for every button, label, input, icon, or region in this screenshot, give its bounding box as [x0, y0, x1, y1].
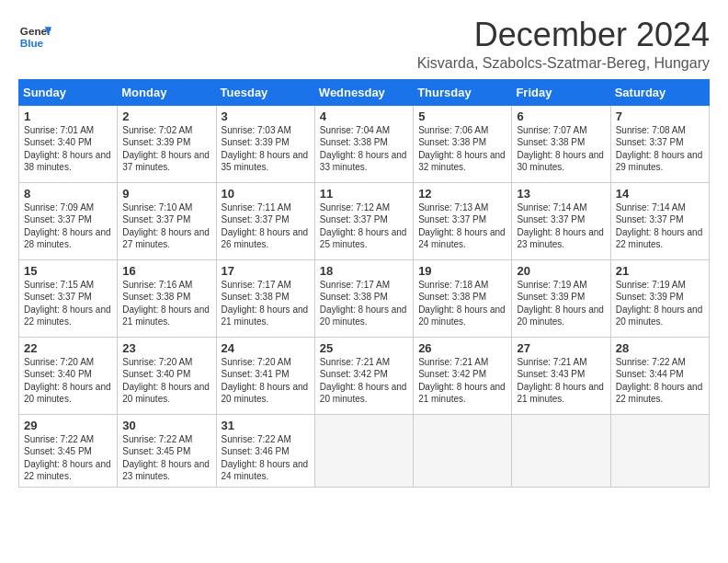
calendar-cell: 21Sunrise: 7:19 AMSunset: 3:39 PMDayligh… [610, 259, 709, 337]
calendar-cell: 14Sunrise: 7:14 AMSunset: 3:37 PMDayligh… [610, 182, 709, 259]
day-info: Sunrise: 7:20 AMSunset: 3:41 PMDaylight:… [222, 356, 310, 406]
day-info: Sunrise: 7:01 AMSunset: 3:40 PMDaylight:… [24, 124, 112, 174]
calendar-cell: 16Sunrise: 7:16 AMSunset: 3:38 PMDayligh… [118, 259, 216, 337]
calendar-cell: 6Sunrise: 7:07 AMSunset: 3:38 PMDaylight… [512, 105, 610, 182]
calendar-cell: 3Sunrise: 7:03 AMSunset: 3:39 PMDaylight… [216, 105, 314, 182]
calendar-cell: 7Sunrise: 7:08 AMSunset: 3:37 PMDaylight… [610, 105, 709, 182]
calendar-cell: 29Sunrise: 7:22 AMSunset: 3:45 PMDayligh… [19, 414, 118, 487]
day-info: Sunrise: 7:21 AMSunset: 3:43 PMDaylight:… [517, 356, 605, 406]
day-number: 12 [418, 187, 506, 201]
day-number: 5 [418, 109, 506, 123]
day-info: Sunrise: 7:19 AMSunset: 3:39 PMDaylight:… [616, 279, 704, 328]
calendar-cell: 22Sunrise: 7:20 AMSunset: 3:40 PMDayligh… [19, 337, 118, 414]
day-number: 19 [418, 264, 506, 278]
day-number: 28 [616, 341, 704, 355]
header: General Blue December 2024 Kisvarda, Sza… [18, 17, 710, 72]
calendar-cell: 23Sunrise: 7:20 AMSunset: 3:40 PMDayligh… [118, 337, 216, 414]
day-info: Sunrise: 7:06 AMSunset: 3:38 PMDaylight:… [418, 124, 506, 174]
day-number: 27 [517, 341, 605, 355]
day-info: Sunrise: 7:12 AMSunset: 3:37 PMDaylight:… [320, 201, 408, 251]
calendar-cell: 25Sunrise: 7:21 AMSunset: 3:42 PMDayligh… [314, 337, 413, 414]
day-number: 11 [320, 187, 408, 201]
calendar-week-4: 29Sunrise: 7:22 AMSunset: 3:45 PMDayligh… [19, 414, 710, 487]
calendar-header-wednesday: Wednesday [314, 79, 413, 105]
calendar-cell: 31Sunrise: 7:22 AMSunset: 3:46 PMDayligh… [216, 414, 314, 487]
calendar-header-friday: Friday [512, 79, 610, 105]
calendar-cell [414, 414, 512, 487]
day-info: Sunrise: 7:08 AMSunset: 3:37 PMDaylight:… [616, 124, 704, 174]
day-number: 22 [24, 341, 112, 355]
location-title: Kisvarda, Szabolcs-Szatmar-Bereg, Hungar… [417, 55, 710, 72]
calendar-header-saturday: Saturday [610, 79, 709, 105]
day-number: 31 [222, 419, 310, 432]
calendar-week-1: 8Sunrise: 7:09 AMSunset: 3:37 PMDaylight… [19, 182, 710, 259]
day-info: Sunrise: 7:14 AMSunset: 3:37 PMDaylight:… [616, 201, 704, 251]
calendar-cell: 12Sunrise: 7:13 AMSunset: 3:37 PMDayligh… [414, 182, 512, 259]
day-info: Sunrise: 7:22 AMSunset: 3:45 PMDaylight:… [24, 433, 112, 483]
day-info: Sunrise: 7:10 AMSunset: 3:37 PMDaylight:… [122, 201, 210, 251]
logo: General Blue [18, 20, 55, 53]
calendar-cell: 17Sunrise: 7:17 AMSunset: 3:38 PMDayligh… [216, 259, 314, 337]
day-info: Sunrise: 7:22 AMSunset: 3:46 PMDaylight:… [222, 433, 310, 483]
day-info: Sunrise: 7:11 AMSunset: 3:37 PMDaylight:… [222, 201, 310, 251]
day-number: 21 [616, 264, 704, 278]
calendar-cell: 26Sunrise: 7:21 AMSunset: 3:42 PMDayligh… [414, 337, 512, 414]
day-info: Sunrise: 7:16 AMSunset: 3:38 PMDaylight:… [122, 279, 210, 328]
day-info: Sunrise: 7:09 AMSunset: 3:37 PMDaylight:… [24, 201, 112, 251]
day-info: Sunrise: 7:03 AMSunset: 3:39 PMDaylight:… [222, 124, 310, 174]
day-number: 15 [24, 264, 112, 278]
day-number: 13 [517, 187, 605, 201]
calendar-cell: 15Sunrise: 7:15 AMSunset: 3:37 PMDayligh… [19, 259, 118, 337]
day-info: Sunrise: 7:18 AMSunset: 3:38 PMDaylight:… [418, 279, 506, 328]
calendar-cell: 8Sunrise: 7:09 AMSunset: 3:37 PMDaylight… [19, 182, 118, 259]
calendar-header-monday: Monday [118, 79, 216, 105]
day-number: 4 [320, 109, 408, 123]
calendar-header-sunday: Sunday [19, 79, 118, 105]
calendar-week-3: 22Sunrise: 7:20 AMSunset: 3:40 PMDayligh… [19, 337, 710, 414]
day-number: 8 [24, 187, 112, 201]
calendar-cell: 5Sunrise: 7:06 AMSunset: 3:38 PMDaylight… [414, 105, 512, 182]
calendar-cell: 10Sunrise: 7:11 AMSunset: 3:37 PMDayligh… [216, 182, 314, 259]
day-info: Sunrise: 7:07 AMSunset: 3:38 PMDaylight:… [517, 124, 605, 174]
day-number: 24 [222, 341, 310, 355]
calendar-header-row: SundayMondayTuesdayWednesdayThursdayFrid… [19, 79, 710, 105]
day-number: 2 [122, 109, 210, 123]
day-number: 16 [122, 264, 210, 278]
day-number: 1 [24, 109, 112, 123]
logo-icon: General Blue [18, 20, 51, 53]
calendar-table: SundayMondayTuesdayWednesdayThursdayFrid… [18, 79, 710, 488]
calendar-cell: 19Sunrise: 7:18 AMSunset: 3:38 PMDayligh… [414, 259, 512, 337]
calendar-week-0: 1Sunrise: 7:01 AMSunset: 3:40 PMDaylight… [19, 105, 710, 182]
day-number: 14 [616, 187, 704, 201]
day-number: 6 [517, 109, 605, 123]
month-title: December 2024 [417, 17, 710, 53]
day-info: Sunrise: 7:20 AMSunset: 3:40 PMDaylight:… [122, 356, 210, 406]
day-number: 30 [122, 419, 210, 432]
calendar-cell: 18Sunrise: 7:17 AMSunset: 3:38 PMDayligh… [314, 259, 413, 337]
calendar-cell: 9Sunrise: 7:10 AMSunset: 3:37 PMDaylight… [118, 182, 216, 259]
calendar-cell: 27Sunrise: 7:21 AMSunset: 3:43 PMDayligh… [512, 337, 610, 414]
day-info: Sunrise: 7:21 AMSunset: 3:42 PMDaylight:… [320, 356, 408, 406]
calendar-cell [512, 414, 610, 487]
day-number: 29 [24, 419, 112, 432]
day-info: Sunrise: 7:22 AMSunset: 3:45 PMDaylight:… [122, 433, 210, 483]
calendar-cell: 28Sunrise: 7:22 AMSunset: 3:44 PMDayligh… [610, 337, 709, 414]
page: General Blue December 2024 Kisvarda, Sza… [0, 0, 728, 497]
day-info: Sunrise: 7:17 AMSunset: 3:38 PMDaylight:… [222, 279, 310, 328]
day-number: 10 [222, 187, 310, 201]
title-block: December 2024 Kisvarda, Szabolcs-Szatmar… [417, 17, 710, 72]
day-info: Sunrise: 7:14 AMSunset: 3:37 PMDaylight:… [517, 201, 605, 251]
day-number: 20 [517, 264, 605, 278]
calendar-cell: 13Sunrise: 7:14 AMSunset: 3:37 PMDayligh… [512, 182, 610, 259]
calendar-cell: 4Sunrise: 7:04 AMSunset: 3:38 PMDaylight… [314, 105, 413, 182]
day-info: Sunrise: 7:20 AMSunset: 3:40 PMDaylight:… [24, 356, 112, 406]
day-number: 26 [418, 341, 506, 355]
day-info: Sunrise: 7:02 AMSunset: 3:39 PMDaylight:… [122, 124, 210, 174]
calendar-cell [610, 414, 709, 487]
day-info: Sunrise: 7:04 AMSunset: 3:38 PMDaylight:… [320, 124, 408, 174]
day-info: Sunrise: 7:19 AMSunset: 3:39 PMDaylight:… [517, 279, 605, 328]
day-info: Sunrise: 7:13 AMSunset: 3:37 PMDaylight:… [418, 201, 506, 251]
day-number: 25 [320, 341, 408, 355]
svg-text:Blue: Blue [20, 37, 44, 49]
calendar-cell: 30Sunrise: 7:22 AMSunset: 3:45 PMDayligh… [118, 414, 216, 487]
